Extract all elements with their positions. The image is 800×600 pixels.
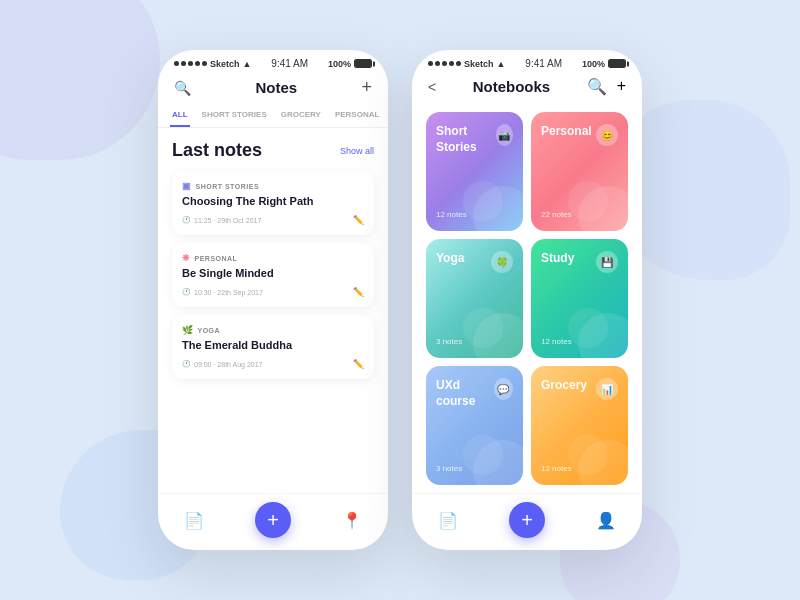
note-time-2: 🕐 10:30 · 22th Sep 2017 <box>182 288 263 296</box>
note-footer-2: 🕐 10:30 · 22th Sep 2017 ✏️ <box>182 287 364 297</box>
nav-add-button[interactable]: + <box>255 502 291 538</box>
note-category-1: ▣ SHORT STORIES <box>182 181 364 191</box>
notebook-short-stories[interactable]: Short Stories 📷 12 notes <box>426 112 523 231</box>
note-category-3: 🌿 YOGA <box>182 325 364 335</box>
status-right: 100% <box>328 59 372 69</box>
nb-nav-add-button[interactable]: + <box>509 502 545 538</box>
battery-percent: 100% <box>328 59 351 69</box>
nb-icon-uxd: 💬 <box>494 378 513 400</box>
notes-status-bar: Sketch ▲ 9:41 AM 100% <box>158 50 388 73</box>
note-time-1: 🕐 11:25 · 29th Oct 2017 <box>182 216 261 224</box>
tab-short-stories[interactable]: SHORT STORIES <box>200 106 269 127</box>
carrier-name: Sketch <box>210 59 240 69</box>
nb-title-yoga: Yoga <box>436 251 464 267</box>
notebook-study[interactable]: Study 💾 12 notes <box>531 239 628 358</box>
note-footer-3: 🕐 09:00 · 28th Aug 2017 ✏️ <box>182 359 364 369</box>
notebook-grocery[interactable]: Grocery 📊 12 notes <box>531 366 628 485</box>
back-button[interactable]: < <box>428 79 436 95</box>
notes-bottom-nav: 📄 + 📍 <box>158 493 388 550</box>
section-title: Last notes <box>172 140 262 161</box>
notebooks-status-bar: Sketch ▲ 9:41 AM 100% <box>412 50 642 73</box>
clock-icon-2: 🕐 <box>182 288 191 296</box>
battery-bar <box>354 59 372 68</box>
note-card-2[interactable]: ❋ PERSONAL Be Single Minded 🕐 10:30 · 22… <box>172 243 374 307</box>
notebook-uxd[interactable]: UXd course 💬 3 notes <box>426 366 523 485</box>
nav-notes-icon[interactable]: 📄 <box>184 511 204 530</box>
nb-icon-short-stories: 📷 <box>496 124 513 146</box>
section-header: Last notes Show all <box>172 140 374 161</box>
nb-title-personal: Personal <box>541 124 592 140</box>
nb-carrier-name: Sketch <box>464 59 494 69</box>
note-footer-1: 🕐 11:25 · 29th Oct 2017 ✏️ <box>182 215 364 225</box>
notes-add-button[interactable]: + <box>361 77 372 98</box>
note-title-1: Choosing The Right Path <box>182 195 364 207</box>
notes-search-icon[interactable]: 🔍 <box>174 80 191 96</box>
note-cat-icon-2: ❋ <box>182 253 191 263</box>
notebooks-title: Notebooks <box>473 78 551 95</box>
nb-header-icons: 🔍 + <box>587 77 626 96</box>
notebooks-bottom-nav: 📄 + 👤 <box>412 493 642 550</box>
notebooks-phone: Sketch ▲ 9:41 AM 100% < Notebooks 🔍 + <box>412 50 642 550</box>
nb-battery-percent: 100% <box>582 59 605 69</box>
nb-icon-study: 💾 <box>596 251 618 273</box>
nb-search-icon[interactable]: 🔍 <box>587 77 607 96</box>
bg-blob-1 <box>0 0 160 160</box>
note-edit-icon-2[interactable]: ✏️ <box>353 287 364 297</box>
show-all-link[interactable]: Show all <box>340 146 374 156</box>
nb-battery-fill <box>609 60 625 67</box>
clock-icon-3: 🕐 <box>182 360 191 368</box>
nb-status-time: 9:41 AM <box>525 58 562 69</box>
nb-signal-dots <box>428 61 461 66</box>
note-edit-icon-3[interactable]: ✏️ <box>353 359 364 369</box>
notes-tabs-bar: ALL SHORT STORIES GROCERY PERSONAL ST <box>158 106 388 128</box>
note-category-2: ❋ PERSONAL <box>182 253 364 263</box>
status-time: 9:41 AM <box>271 58 308 69</box>
note-cat-icon-1: ▣ <box>182 181 192 191</box>
notes-phone: Sketch ▲ 9:41 AM 100% 🔍 Notes + ALL SHOR… <box>158 50 388 550</box>
status-left: Sketch ▲ <box>174 59 251 69</box>
nb-title-short-stories: Short Stories <box>436 124 496 155</box>
nb-icon-yoga: 🍀 <box>491 251 513 273</box>
phones-container: Sketch ▲ 9:41 AM 100% 🔍 Notes + ALL SHOR… <box>158 50 642 550</box>
note-title-2: Be Single Minded <box>182 267 364 279</box>
note-cat-icon-3: 🌿 <box>182 325 194 335</box>
nb-title-grocery: Grocery <box>541 378 587 394</box>
tab-grocery[interactable]: GROCERY <box>279 106 323 127</box>
tab-personal[interactable]: PERSONAL <box>333 106 381 127</box>
nb-battery-bar <box>608 59 626 68</box>
nb-add-icon[interactable]: + <box>617 77 626 96</box>
nb-status-right: 100% <box>582 59 626 69</box>
note-card-3[interactable]: 🌿 YOGA The Emerald Buddha 🕐 09:00 · 28th… <box>172 315 374 379</box>
signal-dots <box>174 61 207 66</box>
note-edit-icon-1[interactable]: ✏️ <box>353 215 364 225</box>
notebook-yoga[interactable]: Yoga 🍀 3 notes <box>426 239 523 358</box>
nb-status-left: Sketch ▲ <box>428 59 505 69</box>
tab-all[interactable]: ALL <box>170 106 190 127</box>
notebook-personal[interactable]: Personal 😊 22 notes <box>531 112 628 231</box>
nb-icon-grocery: 📊 <box>596 378 618 400</box>
notes-title: Notes <box>191 79 361 96</box>
notes-header: 🔍 Notes + <box>158 73 388 106</box>
nb-wifi-icon: ▲ <box>497 59 506 69</box>
notebooks-header: < Notebooks 🔍 + <box>412 73 642 104</box>
nb-icon-personal: 😊 <box>596 124 618 146</box>
note-time-3: 🕐 09:00 · 28th Aug 2017 <box>182 360 263 368</box>
note-title-3: The Emerald Buddha <box>182 339 364 351</box>
clock-icon-1: 🕐 <box>182 216 191 224</box>
nb-title-study: Study <box>541 251 574 267</box>
nb-nav-notes-icon[interactable]: 📄 <box>438 511 458 530</box>
nav-location-icon[interactable]: 📍 <box>342 511 362 530</box>
notebooks-grid: Short Stories 📷 12 notes Personal 😊 22 n… <box>412 104 642 493</box>
nb-title-uxd: UXd course <box>436 378 494 409</box>
notes-content: Last notes Show all ▣ SHORT STORIES Choo… <box>158 128 388 493</box>
note-card-1[interactable]: ▣ SHORT STORIES Choosing The Right Path … <box>172 171 374 235</box>
wifi-icon: ▲ <box>243 59 252 69</box>
battery-fill <box>355 60 371 67</box>
nb-nav-profile-icon[interactable]: 👤 <box>596 511 616 530</box>
